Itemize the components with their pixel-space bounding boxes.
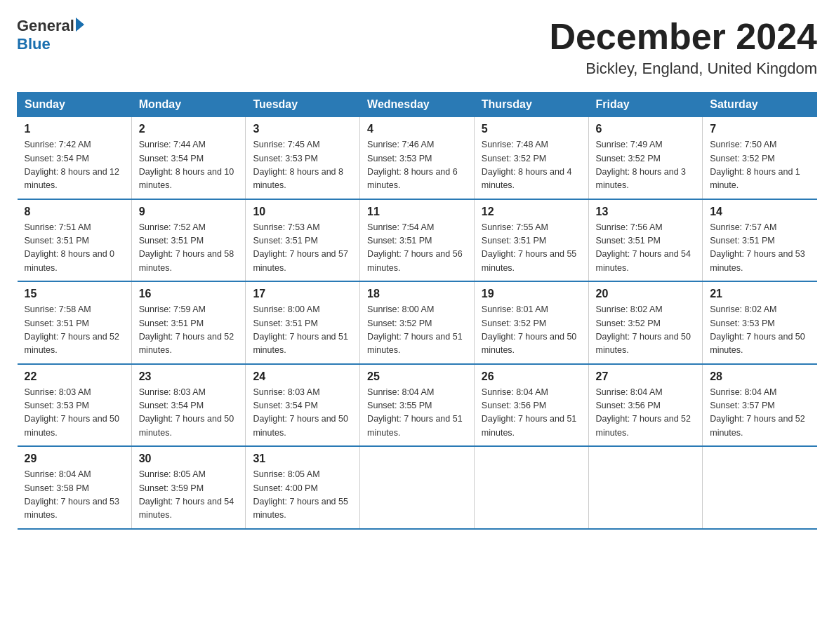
day-info: Sunrise: 8:04 AMSunset: 3:57 PMDaylight:…	[710, 386, 809, 441]
day-number: 19	[482, 288, 581, 300]
day-info: Sunrise: 8:05 AMSunset: 3:59 PMDaylight:…	[139, 468, 239, 523]
calendar-cell	[588, 446, 703, 529]
day-number: 21	[710, 288, 809, 300]
column-header-saturday: Saturday	[703, 93, 817, 117]
calendar-cell: 10Sunrise: 7:53 AMSunset: 3:51 PMDayligh…	[246, 199, 360, 282]
day-info: Sunrise: 7:49 AMSunset: 3:52 PMDaylight:…	[596, 138, 696, 193]
calendar-table: SundayMondayTuesdayWednesdayThursdayFrid…	[17, 92, 817, 530]
day-info: Sunrise: 7:55 AMSunset: 3:51 PMDaylight:…	[482, 221, 581, 276]
column-header-thursday: Thursday	[474, 93, 588, 117]
day-info: Sunrise: 8:00 AMSunset: 3:52 PMDaylight:…	[367, 303, 467, 358]
calendar-cell	[703, 446, 817, 529]
calendar-cell: 29Sunrise: 8:04 AMSunset: 3:58 PMDayligh…	[18, 446, 132, 529]
logo-arrow-icon	[76, 18, 84, 32]
calendar-cell: 19Sunrise: 8:01 AMSunset: 3:52 PMDayligh…	[474, 281, 588, 364]
calendar-week-row: 1Sunrise: 7:42 AMSunset: 3:54 PMDaylight…	[18, 117, 817, 199]
calendar-cell: 3Sunrise: 7:45 AMSunset: 3:53 PMDaylight…	[246, 117, 360, 199]
column-header-wednesday: Wednesday	[360, 93, 475, 117]
day-number: 3	[253, 123, 352, 135]
calendar-cell	[474, 446, 588, 529]
calendar-cell: 8Sunrise: 7:51 AMSunset: 3:51 PMDaylight…	[18, 199, 132, 282]
column-header-monday: Monday	[131, 93, 246, 117]
day-info: Sunrise: 7:50 AMSunset: 3:52 PMDaylight:…	[710, 138, 809, 193]
day-number: 2	[139, 123, 239, 135]
day-info: Sunrise: 8:04 AMSunset: 3:56 PMDaylight:…	[482, 386, 581, 441]
day-number: 28	[710, 370, 809, 383]
day-info: Sunrise: 8:03 AMSunset: 3:54 PMDaylight:…	[253, 386, 352, 441]
calendar-cell: 16Sunrise: 7:59 AMSunset: 3:51 PMDayligh…	[131, 281, 246, 364]
day-info: Sunrise: 8:04 AMSunset: 3:58 PMDaylight:…	[25, 468, 124, 523]
calendar-cell: 14Sunrise: 7:57 AMSunset: 3:51 PMDayligh…	[703, 199, 817, 282]
calendar-cell: 6Sunrise: 7:49 AMSunset: 3:52 PMDaylight…	[588, 117, 703, 199]
calendar-cell: 24Sunrise: 8:03 AMSunset: 3:54 PMDayligh…	[246, 364, 360, 447]
logo: General Blue	[17, 17, 84, 53]
day-number: 31	[253, 452, 352, 465]
title-section: December 2024 Bickley, England, United K…	[549, 17, 817, 78]
column-header-tuesday: Tuesday	[246, 93, 360, 117]
day-info: Sunrise: 8:03 AMSunset: 3:53 PMDaylight:…	[25, 386, 124, 441]
calendar-cell: 5Sunrise: 7:48 AMSunset: 3:52 PMDaylight…	[474, 117, 588, 199]
day-number: 26	[482, 370, 581, 383]
day-info: Sunrise: 7:42 AMSunset: 3:54 PMDaylight:…	[25, 138, 124, 193]
calendar-cell: 2Sunrise: 7:44 AMSunset: 3:54 PMDaylight…	[131, 117, 246, 199]
calendar-cell: 4Sunrise: 7:46 AMSunset: 3:53 PMDaylight…	[360, 117, 475, 199]
calendar-cell: 27Sunrise: 8:04 AMSunset: 3:56 PMDayligh…	[588, 364, 703, 447]
calendar-cell: 30Sunrise: 8:05 AMSunset: 3:59 PMDayligh…	[131, 446, 246, 529]
calendar-cell: 17Sunrise: 8:00 AMSunset: 3:51 PMDayligh…	[246, 281, 360, 364]
day-info: Sunrise: 7:58 AMSunset: 3:51 PMDaylight:…	[25, 303, 124, 358]
day-info: Sunrise: 7:52 AMSunset: 3:51 PMDaylight:…	[139, 221, 239, 276]
day-number: 16	[139, 288, 239, 300]
day-info: Sunrise: 8:05 AMSunset: 4:00 PMDaylight:…	[253, 468, 352, 523]
calendar-cell: 9Sunrise: 7:52 AMSunset: 3:51 PMDaylight…	[131, 199, 246, 282]
day-number: 4	[367, 123, 467, 135]
day-number: 23	[139, 370, 239, 383]
day-info: Sunrise: 8:03 AMSunset: 3:54 PMDaylight:…	[139, 386, 239, 441]
day-number: 27	[596, 370, 696, 383]
day-number: 1	[25, 123, 124, 135]
day-info: Sunrise: 7:46 AMSunset: 3:53 PMDaylight:…	[367, 138, 467, 193]
day-number: 24	[253, 370, 352, 383]
calendar-cell: 31Sunrise: 8:05 AMSunset: 4:00 PMDayligh…	[246, 446, 360, 529]
day-info: Sunrise: 7:51 AMSunset: 3:51 PMDaylight:…	[25, 221, 124, 276]
day-number: 18	[367, 288, 467, 300]
logo-blue-text: Blue	[17, 35, 84, 53]
day-info: Sunrise: 7:56 AMSunset: 3:51 PMDaylight:…	[596, 221, 696, 276]
day-info: Sunrise: 8:04 AMSunset: 3:56 PMDaylight:…	[596, 386, 696, 441]
page-header: General Blue December 2024 Bickley, Engl…	[17, 17, 817, 78]
calendar-cell: 15Sunrise: 7:58 AMSunset: 3:51 PMDayligh…	[18, 281, 132, 364]
day-number: 12	[482, 206, 581, 218]
location-title: Bickley, England, United Kingdom	[549, 60, 817, 78]
calendar-week-row: 29Sunrise: 8:04 AMSunset: 3:58 PMDayligh…	[18, 446, 817, 529]
day-number: 15	[25, 288, 124, 300]
day-info: Sunrise: 8:00 AMSunset: 3:51 PMDaylight:…	[253, 303, 352, 358]
calendar-cell: 1Sunrise: 7:42 AMSunset: 3:54 PMDaylight…	[18, 117, 132, 199]
day-number: 14	[710, 206, 809, 218]
day-number: 11	[367, 206, 467, 218]
day-info: Sunrise: 8:02 AMSunset: 3:53 PMDaylight:…	[710, 303, 809, 358]
calendar-header-row: SundayMondayTuesdayWednesdayThursdayFrid…	[18, 93, 817, 117]
calendar-cell: 28Sunrise: 8:04 AMSunset: 3:57 PMDayligh…	[703, 364, 817, 447]
day-number: 6	[596, 123, 696, 135]
day-number: 22	[25, 370, 124, 383]
day-info: Sunrise: 8:01 AMSunset: 3:52 PMDaylight:…	[482, 303, 581, 358]
day-number: 5	[482, 123, 581, 135]
calendar-cell: 25Sunrise: 8:04 AMSunset: 3:55 PMDayligh…	[360, 364, 475, 447]
calendar-week-row: 8Sunrise: 7:51 AMSunset: 3:51 PMDaylight…	[18, 199, 817, 282]
calendar-cell: 22Sunrise: 8:03 AMSunset: 3:53 PMDayligh…	[18, 364, 132, 447]
month-title: December 2024	[549, 17, 817, 57]
day-info: Sunrise: 7:48 AMSunset: 3:52 PMDaylight:…	[482, 138, 581, 193]
day-info: Sunrise: 8:04 AMSunset: 3:55 PMDaylight:…	[367, 386, 467, 441]
day-number: 7	[710, 123, 809, 135]
calendar-cell: 13Sunrise: 7:56 AMSunset: 3:51 PMDayligh…	[588, 199, 703, 282]
day-number: 8	[25, 206, 124, 218]
day-number: 20	[596, 288, 696, 300]
calendar-week-row: 15Sunrise: 7:58 AMSunset: 3:51 PMDayligh…	[18, 281, 817, 364]
calendar-cell: 20Sunrise: 8:02 AMSunset: 3:52 PMDayligh…	[588, 281, 703, 364]
day-number: 30	[139, 452, 239, 465]
day-info: Sunrise: 7:54 AMSunset: 3:51 PMDaylight:…	[367, 221, 467, 276]
day-info: Sunrise: 7:53 AMSunset: 3:51 PMDaylight:…	[253, 221, 352, 276]
day-info: Sunrise: 7:59 AMSunset: 3:51 PMDaylight:…	[139, 303, 239, 358]
day-number: 25	[367, 370, 467, 383]
day-number: 13	[596, 206, 696, 218]
calendar-cell: 12Sunrise: 7:55 AMSunset: 3:51 PMDayligh…	[474, 199, 588, 282]
